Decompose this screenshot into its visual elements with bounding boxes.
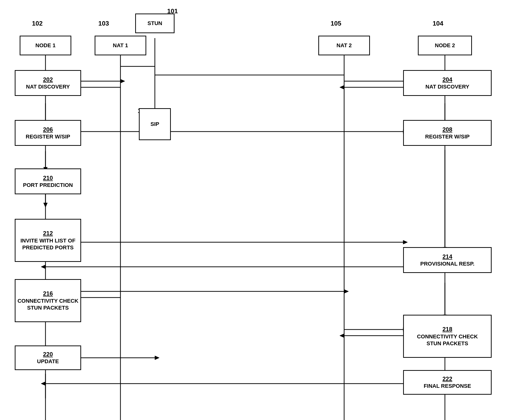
sip-box: SIP bbox=[139, 108, 171, 140]
svg-marker-9 bbox=[120, 79, 125, 83]
svg-marker-45 bbox=[41, 382, 45, 386]
svg-marker-35 bbox=[344, 289, 349, 293]
svg-marker-27 bbox=[44, 203, 47, 207]
stun-box: STUN bbox=[135, 14, 175, 33]
step-202-box: 202 NAT DISCOVERY bbox=[15, 70, 81, 96]
svg-marker-15 bbox=[340, 85, 344, 89]
ref-102: 102 bbox=[32, 20, 43, 27]
ref-103: 103 bbox=[98, 20, 109, 27]
step-204-box: 204 NAT DISCOVERY bbox=[403, 70, 492, 96]
step-210-box: 210 PORT PREDICTION bbox=[15, 168, 81, 194]
svg-marker-41 bbox=[340, 334, 344, 338]
step-214-box: 214 PROVISIONAL RESP. bbox=[403, 247, 492, 273]
diagram: 101 102 103 105 104 100 STUN NODE 1 NAT … bbox=[0, 0, 513, 420]
step-206-box: 206 REGISTER W/SIP bbox=[15, 120, 81, 146]
svg-marker-43 bbox=[155, 356, 159, 360]
step-212-box: 212 INVITE WITH LIST OF PREDICTED PORTS bbox=[15, 219, 81, 262]
step-220-box: 220 UPDATE bbox=[15, 345, 81, 370]
ref-104: 104 bbox=[433, 20, 443, 27]
svg-marker-31 bbox=[41, 265, 45, 269]
step-208-box: 208 REGISTER W/SIP bbox=[403, 120, 492, 146]
svg-marker-29 bbox=[403, 240, 408, 244]
step-216-box: 216 CONNECTIVITY CHECK STUN PACKETS bbox=[15, 279, 81, 322]
node2-box: NODE 2 bbox=[418, 36, 472, 55]
ref-105: 105 bbox=[331, 20, 341, 27]
nat2-box: NAT 2 bbox=[318, 36, 370, 55]
node1-box: NODE 1 bbox=[20, 36, 71, 55]
step-218-box: 218 CONNECTIVITY CHECK STUN PACKETS bbox=[403, 315, 492, 358]
nat1-box: NAT 1 bbox=[95, 36, 146, 55]
step-222-box: 222 FINAL RESPONSE bbox=[403, 370, 492, 395]
